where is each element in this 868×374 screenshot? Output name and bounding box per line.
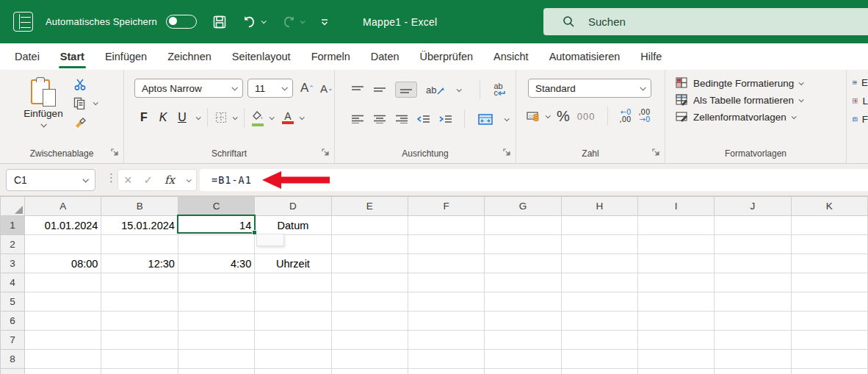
cell-A4[interactable] <box>24 273 101 292</box>
tab-seitenlayout[interactable]: Seitenlayout <box>222 43 301 70</box>
cell-E4[interactable] <box>331 273 408 292</box>
cell-G2[interactable] <box>485 235 561 254</box>
formula-input[interactable]: =B1-A1 <box>200 169 868 191</box>
cell-H1[interactable] <box>561 216 637 235</box>
tab-automatisieren[interactable]: Automatisieren <box>539 43 631 70</box>
cell-J5[interactable] <box>715 292 791 312</box>
align-bottom-button[interactable] <box>395 82 417 98</box>
cell-J6[interactable] <box>715 312 791 331</box>
insert-cells-button[interactable]: E <box>853 77 868 88</box>
formula-bar-resize-handle[interactable]: ⋮ <box>106 171 117 184</box>
align-left-button[interactable] <box>351 115 364 123</box>
cell-C8[interactable] <box>178 350 254 369</box>
cell-H9[interactable] <box>561 369 637 374</box>
cell-E5[interactable] <box>331 292 408 312</box>
cell-D5[interactable] <box>255 292 331 312</box>
cell-G6[interactable] <box>485 312 561 331</box>
number-format-select[interactable]: Standard <box>528 79 651 98</box>
select-all-corner[interactable] <box>1 197 25 216</box>
cell-G1[interactable] <box>485 216 561 235</box>
row-header-3[interactable]: 3 <box>1 254 25 273</box>
search-box[interactable]: Suchen <box>543 8 868 35</box>
column-header-A[interactable]: A <box>24 197 101 216</box>
tab-zeichnen[interactable]: Zeichnen <box>157 43 222 70</box>
column-header-C[interactable]: C <box>178 197 254 216</box>
insert-function-chevron[interactable] <box>187 177 192 182</box>
row-header-2[interactable]: 2 <box>1 235 25 254</box>
cell-E8[interactable] <box>331 350 408 369</box>
cell-I5[interactable] <box>637 292 714 312</box>
cell-D7[interactable] <box>255 331 331 350</box>
tab-ansicht[interactable]: Ansicht <box>483 43 539 70</box>
borders-dropdown-chevron[interactable] <box>233 115 238 120</box>
row-header-7[interactable]: 7 <box>1 331 25 350</box>
orientation-button[interactable]: ab <box>426 84 445 96</box>
tab-formeln[interactable]: Formeln <box>301 43 361 70</box>
row-header-1[interactable]: 1 <box>1 216 25 235</box>
cell-E6[interactable] <box>331 312 408 331</box>
cell-K2[interactable] <box>791 235 867 254</box>
insert-function-button[interactable]: fx <box>164 173 175 187</box>
cell-G9[interactable] <box>485 369 561 374</box>
column-header-K[interactable]: K <box>791 197 867 216</box>
decrease-indent-button[interactable] <box>417 115 430 123</box>
clipboard-dialog-launcher[interactable] <box>111 145 118 159</box>
cell-J8[interactable] <box>715 350 791 369</box>
cell-C3[interactable]: 4:30 <box>178 254 254 273</box>
align-right-button[interactable] <box>395 115 408 123</box>
cell-C6[interactable] <box>178 312 254 331</box>
cell-J7[interactable] <box>715 331 791 350</box>
percent-style-button[interactable]: % <box>557 108 570 125</box>
cell-D6[interactable] <box>255 312 331 331</box>
column-header-F[interactable]: F <box>408 197 484 216</box>
cell-A3[interactable]: 08:00 <box>24 254 101 273</box>
cell-C5[interactable] <box>178 292 254 312</box>
align-center-button[interactable] <box>373 115 386 123</box>
increase-font-size-button[interactable]: A⌃ <box>300 81 314 96</box>
cell-F5[interactable] <box>408 292 484 312</box>
increase-indent-button[interactable] <box>439 115 452 123</box>
cell-C2[interactable] <box>178 235 254 254</box>
fill-color-dropdown-chevron[interactable] <box>270 115 275 120</box>
row-header-9[interactable]: 9 <box>1 369 25 374</box>
excel-app-icon[interactable] <box>13 12 33 32</box>
merge-dropdown-chevron[interactable] <box>504 116 510 121</box>
cell-K3[interactable] <box>791 254 867 273</box>
column-header-I[interactable]: I <box>637 197 714 216</box>
format-cells-button[interactable]: F <box>853 114 868 125</box>
cell-A6[interactable] <box>24 312 101 331</box>
save-button[interactable] <box>213 15 226 29</box>
align-middle-button[interactable] <box>373 85 386 94</box>
cell-I1[interactable] <box>637 216 714 235</box>
cell-B6[interactable] <box>101 312 178 331</box>
cell-B1[interactable]: 15.01.2024 <box>101 216 178 235</box>
cell-E1[interactable] <box>331 216 408 235</box>
cell-I2[interactable] <box>637 235 714 254</box>
cell-B2[interactable] <box>101 235 178 254</box>
cell-A7[interactable] <box>24 331 101 350</box>
cut-button[interactable] <box>73 79 87 90</box>
fill-color-button[interactable] <box>252 109 264 126</box>
cell-A8[interactable] <box>24 350 101 369</box>
tab-hilfe[interactable]: Hilfe <box>630 43 672 70</box>
quick-access-toolbar-button[interactable] <box>320 18 329 26</box>
cell-C4[interactable] <box>178 273 254 292</box>
cell-K1[interactable] <box>791 216 867 235</box>
tab-ueberpruefen[interactable]: Überprüfen <box>410 43 484 70</box>
cell-F3[interactable] <box>408 254 484 273</box>
cell-F7[interactable] <box>408 331 484 350</box>
cell-E3[interactable] <box>331 254 408 273</box>
font-dialog-launcher[interactable] <box>322 145 329 159</box>
cell-F8[interactable] <box>408 350 484 369</box>
cell-E2[interactable] <box>331 235 408 254</box>
cell-H5[interactable] <box>561 292 637 312</box>
cell-H2[interactable] <box>561 235 637 254</box>
accounting-format-button[interactable]: CC <box>527 111 541 122</box>
decrease-font-size-button[interactable]: A⌄ <box>320 82 333 95</box>
cell-E9[interactable] <box>331 369 408 374</box>
paste-dropdown-chevron[interactable] <box>40 121 46 127</box>
cell-F1[interactable] <box>408 216 484 235</box>
cell-I4[interactable] <box>637 273 714 292</box>
font-size-select[interactable]: 11 <box>247 79 293 98</box>
decrease-decimal-button[interactable]: ,00 →0 <box>638 109 650 123</box>
